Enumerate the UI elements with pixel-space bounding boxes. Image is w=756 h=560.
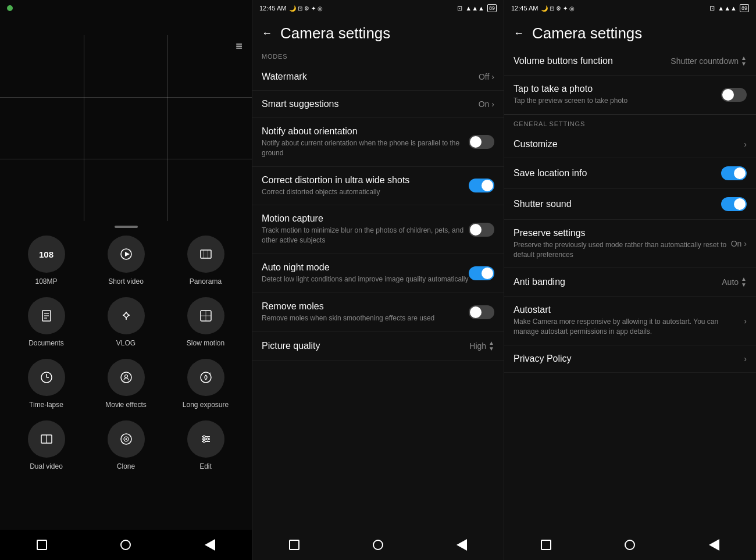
setting-row-auto-night-mode[interactable]: Auto night mode Detect low light conditi… [252,254,504,293]
toggle-motion-capture[interactable] [469,223,494,237]
setting-row-smart-suggestions[interactable]: Smart suggestions On › [252,91,504,118]
setting-value-picture-quality: High ▲ ▼ [469,340,494,352]
setting-name-customize: Customize [513,139,744,149]
settings-scroll-panel3[interactable]: Volume buttons function Shutter countdow… [504,47,756,560]
status-time-panel2: 12:45 AM 🌙 ⊡ ⚙ ✦ ◎ [259,5,323,12]
setting-row-motion-capture[interactable]: Motion capture Track motion to minimize … [252,205,504,254]
setting-row-autostart[interactable]: Autostart Make Camera more responsive by… [504,297,756,345]
setting-row-save-location[interactable]: Save location info [504,158,756,189]
svg-point-26 [203,436,205,438]
status-bar-panel1 [0,0,252,16]
battery-icon-panel3: 89 [740,4,749,12]
setting-row-privacy-policy[interactable]: Privacy Policy › [504,345,756,373]
setting-desc-auto-night-mode: Detect low light conditions and improve … [262,274,469,284]
mode-icon-108mp: 108 [28,236,65,273]
setting-value-watermark: Off › [479,72,494,81]
mode-item-movie-effects[interactable]: Movie effects [89,359,163,409]
status-bar-panel3: 12:45 AM 🌙 ⊡ ⚙ ✦ ◎ ⊡ ▲▲▲ 89 [504,0,756,16]
section-label-modes: MODES [252,47,504,63]
setting-row-preserve-settings[interactable]: Preserve settings Preserve the previousl… [504,220,756,269]
setting-name-remove-moles: Remove moles [262,301,469,312]
toggle-tap-photo[interactable] [721,88,747,102]
toggle-knob-correct-distortion [482,180,493,191]
setting-value-volume-buttons: Shutter countdown ▲ ▼ [671,55,747,67]
mode-label-short-video: Short video [108,277,144,286]
setting-name-autostart: Autostart [513,305,744,315]
setting-row-customize[interactable]: Customize › [504,131,756,158]
toggle-save-location[interactable] [721,166,747,180]
settings-scroll-panel2[interactable]: MODES Watermark Off › Smart suggestions … [252,47,504,560]
drag-handle[interactable] [115,226,138,228]
setting-desc-correct-distortion: Correct distorted objects automatically [262,187,469,197]
setting-name-anti-banding: Anti banding [513,277,722,287]
setting-name-correct-distortion: Correct distortion in ultra wide shots [262,175,469,186]
toggle-notify-orientation[interactable] [469,135,494,149]
setting-row-picture-quality[interactable]: Picture quality High ▲ ▼ [252,332,504,361]
setting-row-tap-photo[interactable]: Tap to take a photo Tap the preview scre… [504,76,756,115]
mode-item-panorama[interactable]: Panorama [169,236,243,286]
mode-icon-edit [187,420,224,458]
toggle-knob-shutter-sound [734,198,746,210]
back-button-panel2[interactable]: ← [262,27,272,40]
nav-bar-panel2 [252,530,504,560]
svg-rect-4 [208,250,208,258]
nav-home-button[interactable] [120,540,131,550]
grid-line-vertical-1 [84,35,84,221]
toggle-knob-auto-night-mode [482,267,493,279]
mode-item-clone[interactable]: Clone [89,420,163,470]
mode-item-dual-video[interactable]: Dual video [9,420,83,470]
toggle-shutter-sound[interactable] [721,197,747,211]
mode-label-documents: Documents [28,339,64,347]
status-bar-panel2: 12:45 AM 🌙 ⊡ ⚙ ✦ ◎ ⊡ ▲▲▲ 89 [252,0,504,16]
mode-item-edit[interactable]: Edit [169,420,243,470]
nav-recent-button-p3[interactable] [537,536,555,554]
settings-title-panel3: Camera settings [532,24,642,42]
nav-recent-button-p2[interactable] [285,536,304,554]
toggle-remove-moles[interactable] [469,305,494,319]
updown-volume-buttons[interactable]: ▲ ▼ [741,55,747,67]
mode-label-movie-effects: Movie effects [105,401,146,409]
svg-marker-1 [125,252,130,256]
nav-back-button-p2[interactable] [452,536,471,554]
back-button-panel3[interactable]: ← [513,27,524,40]
setting-row-remove-moles[interactable]: Remove moles Remove moles when skin smoo… [252,293,504,332]
mode-item-slow-motion[interactable]: Slow motion [169,297,243,347]
setting-name-shutter-sound: Shutter sound [513,199,721,209]
mode-item-documents[interactable]: Documents [9,297,83,347]
mode-label-long-exposure: Long exposure [183,401,229,409]
mode-item-vlog[interactable]: VLOG [89,297,163,347]
mode-label-dual-video: Dual video [30,462,63,470]
status-time-panel3: 12:45 AM 🌙 ⊡ ⚙ ✦ ◎ [511,5,575,12]
toggle-auto-night-mode[interactable] [469,266,494,280]
setting-row-watermark[interactable]: Watermark Off › [252,63,504,91]
grid-line-vertical-2 [167,35,168,221]
setting-row-shutter-sound[interactable]: Shutter sound [504,189,756,220]
mode-icon-time-lapse [28,359,65,396]
mode-icon-documents [28,297,65,334]
setting-row-volume-buttons[interactable]: Volume buttons function Shutter countdow… [504,47,756,76]
updown-anti-banding[interactable]: ▲ ▼ [741,276,747,288]
mode-item-time-lapse[interactable]: Time-lapse [9,359,83,409]
setting-name-motion-capture: Motion capture [262,213,469,224]
mode-item-108mp[interactable]: 108 108MP [9,236,83,286]
setting-row-notify-orientation[interactable]: Notify about orientation Notify about cu… [252,118,504,167]
nav-recent-button[interactable] [37,540,47,550]
mode-label-time-lapse: Time-lapse [29,401,63,409]
settings-header-panel3: ← Camera settings [504,16,756,47]
nav-home-button-p3[interactable] [621,536,639,554]
mode-item-short-video[interactable]: Short video [89,236,163,286]
setting-name-preserve-settings: Preserve settings [513,228,731,238]
setting-desc-autostart: Make Camera more responsive by allowing … [513,317,744,337]
updown-picture-quality[interactable]: ▲ ▼ [488,340,494,352]
nav-bar-panel3 [504,530,756,560]
setting-row-correct-distortion[interactable]: Correct distortion in ultra wide shots C… [252,167,504,206]
mode-item-long-exposure[interactable]: Long exposure [169,359,243,409]
mode-icon-vlog [108,297,145,334]
toggle-correct-distortion[interactable] [469,179,494,192]
grid-line-horizontal-2 [0,159,252,159]
nav-back-button-p3[interactable] [705,536,723,554]
setting-row-anti-banding[interactable]: Anti banding Auto ▲ ▼ [504,268,756,297]
nav-back-button[interactable] [205,539,215,551]
battery-icon-panel2: 89 [487,4,497,12]
nav-home-button-p2[interactable] [369,536,387,554]
